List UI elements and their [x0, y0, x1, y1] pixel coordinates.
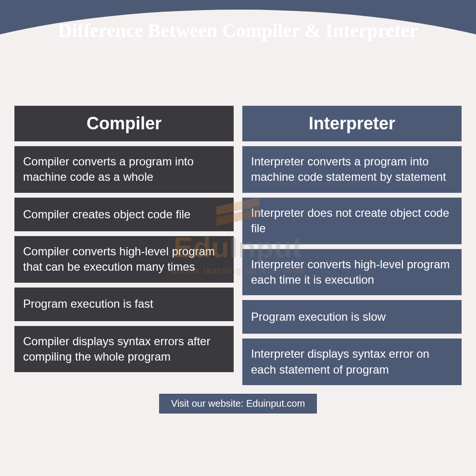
column-header-compiler: Compiler — [14, 106, 234, 141]
table-row: Program execution is slow — [242, 300, 462, 334]
table-row: Interpreter does not create object code … — [242, 198, 462, 244]
table-row: Compiler converts high-level program tha… — [14, 236, 234, 283]
table-row: Compiler converts a program into machine… — [14, 146, 234, 193]
table-row: Compiler creates object code file — [14, 198, 234, 231]
column-compiler: Compiler Compiler converts a program int… — [14, 106, 234, 385]
header-banner: Difference Between Compiler & Interprete… — [0, 0, 476, 87]
table-row: Program execution is fast — [14, 288, 234, 321]
table-row: Interpreter converts a program into mach… — [242, 146, 462, 193]
page-title: Difference Between Compiler & Interprete… — [0, 0, 476, 42]
comparison-table: Compiler Compiler converts a program int… — [0, 87, 476, 385]
column-interpreter: Interpreter Interpreter converts a progr… — [242, 106, 462, 385]
footer-container: Visit our website: Eduinput.com — [0, 394, 476, 413]
column-header-interpreter: Interpreter — [242, 106, 462, 141]
table-row: Compiler displays syntax errors after co… — [14, 326, 234, 373]
table-row: Interpreter converts high-level program … — [242, 249, 462, 296]
table-row: Interpreter displays syntax error on eac… — [242, 338, 462, 385]
footer-website-link[interactable]: Visit our website: Eduinput.com — [159, 394, 317, 413]
